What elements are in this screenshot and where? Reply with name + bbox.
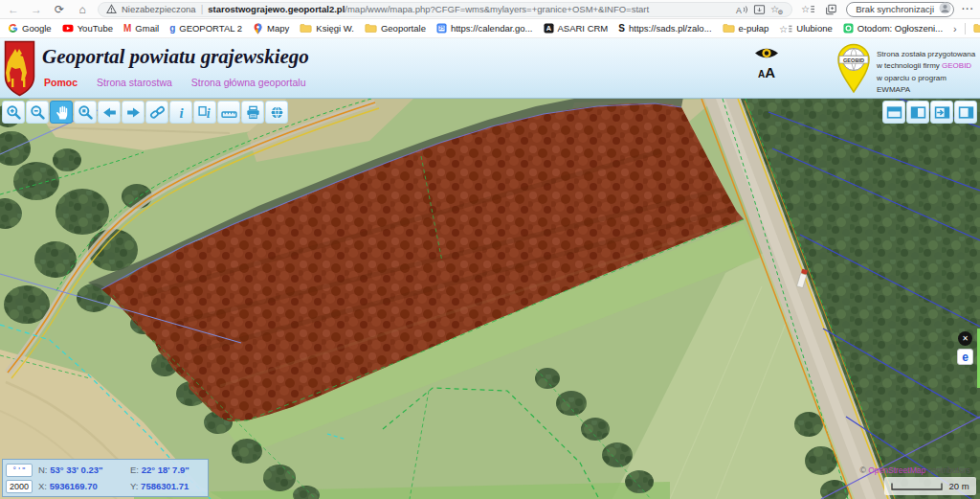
svg-text:⚙: ⚙ [778, 9, 784, 15]
folder-icon [973, 23, 980, 34]
gmail-icon: M [123, 24, 131, 34]
zoom-in-button[interactable] [2, 101, 25, 124]
profile-button[interactable]: Brak synchronizacji [846, 2, 954, 17]
degrees-format-button[interactable]: ° ' " [6, 464, 33, 477]
svg-text:GEOBID: GEOBID [843, 57, 864, 63]
scale-bar-label: 20 m [948, 481, 969, 491]
map-attribution: © OpenStreetMap contributors [860, 465, 970, 475]
link-strona-starostwa[interactable]: Strona starostwa [97, 77, 172, 88]
asari-icon: A [544, 23, 554, 34]
otodom-icon [843, 23, 854, 34]
svg-text:25: 25 [439, 25, 445, 31]
split-tab-icon[interactable] [753, 4, 766, 15]
svg-text:☆: ☆ [779, 23, 788, 34]
next-view-button[interactable] [122, 101, 145, 124]
info-button[interactable]: i [169, 101, 192, 124]
home-icon[interactable]: ⌂ [75, 2, 90, 17]
back-icon[interactable]: ← [6, 2, 21, 17]
pan-button[interactable] [50, 101, 73, 124]
coordinates-panel: ° ' " N: 53° 33' 0.23" E: 22° 18' 7.9" 2… [2, 459, 209, 497]
widget-close-button[interactable]: ✕ [958, 331, 972, 346]
folder-icon [365, 23, 377, 34]
bookmark-youtube[interactable]: YouTube [62, 23, 113, 34]
other-favorites-button[interactable]: Inne ulubione [973, 23, 980, 34]
aerial-map[interactable] [0, 99, 980, 499]
profile-label: Brak synchronizacji [856, 4, 934, 14]
bookmark-mapy[interactable]: Mapy [253, 23, 289, 34]
previous-view-button[interactable] [98, 101, 121, 124]
google-icon [8, 23, 18, 34]
favorites-bar-icon[interactable]: ☆ [800, 2, 815, 17]
bookmark-folder-ksiegi[interactable]: Księgi W. [300, 23, 354, 34]
geobid-link[interactable]: GEOBID [942, 61, 971, 70]
info-select-button[interactable]: i [193, 101, 216, 124]
browser-window: ← → ⟳ ⌂ Niezabezpieczona | starostwograj… [0, 0, 980, 499]
scale-input[interactable]: 2000 [6, 480, 33, 493]
bookmark-otodom[interactable]: Otodom: Ogłoszeni... [843, 23, 943, 34]
refresh-icon[interactable]: ⟳ [52, 2, 67, 17]
scale-bar: 20 m [884, 477, 976, 495]
security-label: Niezabezpieczona [122, 4, 196, 14]
bookmark-calendar[interactable]: 25 https://calendar.go... [436, 23, 533, 34]
svg-text:i: i [206, 106, 210, 121]
svg-text:☆: ☆ [801, 4, 810, 14]
svg-text:i: i [179, 104, 184, 120]
bookmarks-divider [965, 23, 966, 34]
bookmark-sads[interactable]: S https://sads.pl/zalo... [618, 23, 711, 34]
coord-n: N: 53° 33' 0.23" [38, 465, 126, 475]
warning-icon [106, 4, 117, 14]
browser-menu-icon[interactable]: ··· [962, 4, 974, 14]
scale-bar-line [891, 482, 943, 491]
coord-x: X: 5936169.70 [38, 481, 126, 491]
geoportal-header: Geoportal powiatu grajewskiego Pomoc Str… [0, 38, 980, 99]
bookmark-ulubione[interactable]: ☆ Ulubione [779, 23, 833, 34]
toggle-top-panel-button[interactable] [882, 101, 905, 124]
bookmark-asari[interactable]: A ASARI CRM [544, 23, 609, 34]
measure-button[interactable] [217, 101, 240, 124]
county-coat-of-arms [4, 40, 35, 101]
url-text: starostwograjewo.geoportal2.pl/map/www/m… [208, 4, 730, 14]
forward-icon[interactable]: → [29, 2, 44, 17]
toggle-left-panel-button[interactable] [906, 101, 929, 124]
url-path: /map/www/mapa.php?CFGF=wms&mylayers=+gra… [345, 4, 649, 14]
bookmark-geoportal2[interactable]: g GEOPORTAL 2 [169, 23, 242, 34]
toggle-right-panel-button[interactable] [954, 101, 977, 124]
zoom-selection-button[interactable] [74, 101, 97, 124]
address-bar[interactable]: Niezabezpieczona | starostwograjewo.geop… [98, 2, 792, 17]
bookmarks-overflow-chevron[interactable]: › [953, 23, 957, 34]
geobid-credit-text: Strona została przygotowana w technologi… [877, 49, 978, 97]
bookmark-folder-epulap[interactable]: e-pułap [723, 23, 769, 34]
calendar-icon: 25 [436, 23, 447, 34]
collections-icon[interactable] [823, 2, 838, 17]
bookmark-google[interactable]: Google [8, 23, 52, 34]
link-pomoc[interactable]: Pomoc [44, 77, 78, 88]
read-aloud-icon[interactable]: A [735, 4, 748, 15]
eye-icon [753, 45, 780, 61]
geoportal-icon: g [169, 24, 175, 34]
map-viewport[interactable]: i i ✕ e ° ' " N: 53° 33' 0.23" E: 22° 18… [0, 99, 980, 499]
avatar [939, 2, 951, 16]
sads-icon: S [618, 24, 625, 34]
expand-right-panel-button[interactable] [930, 101, 953, 124]
header-links: Pomoc Strona starostwa Strona główna geo… [44, 77, 305, 88]
geobid-logo[interactable]: GEOBID [835, 42, 873, 98]
link-strona-glowna[interactable]: Strona główna geoportalu [191, 77, 306, 88]
accessibility-controls[interactable]: AA [752, 45, 781, 81]
star-list-icon: ☆ [779, 23, 792, 34]
openstreetmap-link[interactable]: OpenStreetMap [868, 465, 925, 475]
font-size-controls[interactable]: AA [752, 66, 781, 81]
maps-pin-icon [253, 23, 263, 34]
print-button[interactable] [241, 101, 264, 124]
browser-toolbar: ← → ⟳ ⌂ Niezabezpieczona | starostwograj… [0, 0, 980, 19]
add-favorite-icon[interactable]: ☆⚙ [770, 3, 784, 15]
e-services-button[interactable]: e [957, 349, 973, 365]
zoom-out-button[interactable] [26, 101, 49, 124]
coord-e: E: 22° 18' 7.9" [130, 465, 203, 475]
bookmark-folder-geoportale[interactable]: Geoportale [365, 23, 426, 34]
folder-icon [723, 23, 735, 34]
globe-button[interactable] [265, 101, 288, 124]
link-button[interactable] [145, 101, 168, 124]
panel-toolbar [882, 101, 978, 124]
bookmark-gmail[interactable]: M Gmail [123, 23, 159, 34]
page-title: Geoportal powiatu grajewskiego [42, 45, 309, 69]
